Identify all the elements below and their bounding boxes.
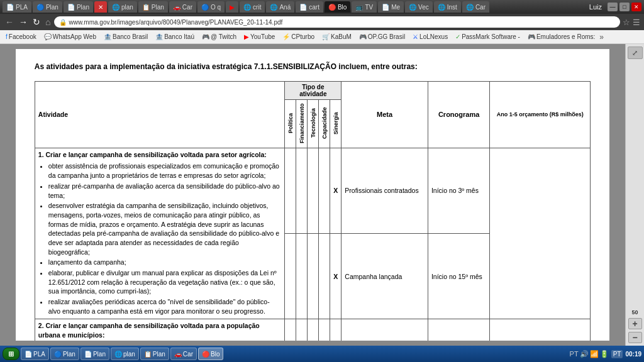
emuladores-icon: 🎮: [528, 33, 535, 40]
bookmark-opgg[interactable]: 🎮 OP.GG Brasil: [356, 32, 408, 41]
cell-tecnologia-1a: [308, 148, 319, 233]
bookmark-facebook[interactable]: f Facebook: [3, 32, 40, 41]
cell-tecnologia-1b: [308, 234, 319, 319]
taskbar-item-5[interactable]: 📋 Plan: [140, 348, 169, 360]
cell-sinergia-1b: X: [330, 234, 341, 319]
taskbar: ⊞ 📄 PLA 🔵 Plan 📄 Plan 🌐 plan 📋 Plan 🚗 Ca…: [0, 346, 644, 362]
cell-financiamento-1a: [296, 148, 308, 233]
cell-sinergia-1a: X: [330, 148, 341, 233]
tray-icon-4: 🔋: [600, 350, 609, 358]
kabum-icon: 🛒: [322, 33, 330, 40]
minimize-button[interactable]: —: [608, 3, 618, 11]
taskbar-item-blo[interactable]: 🔴 Blo: [198, 348, 223, 360]
bookmark-whatsapp[interactable]: 💬 WhatsApp Web: [41, 32, 99, 41]
cell-cronograma-1b: Início no 15º mês: [428, 234, 490, 319]
col-capacidade: Capacidade: [319, 99, 330, 148]
tab-me[interactable]: 📄 Me: [378, 1, 404, 13]
bookmark-twitch[interactable]: 🎮 @ Twitch: [199, 32, 240, 41]
tab-close[interactable]: ✕: [94, 1, 107, 13]
menu-button[interactable]: ☰: [633, 18, 640, 27]
tab-car2[interactable]: 🌐 Car: [462, 1, 489, 13]
pdf-page: As atividades para a implementação da in…: [16, 49, 609, 341]
address-actions: ☆ ☰: [623, 18, 640, 27]
taskbar-item-6[interactable]: 🚗 Car: [170, 348, 197, 360]
bookmark-kabum[interactable]: 🛒 KaBuM: [319, 32, 355, 41]
tab-ana[interactable]: 🌐 Aná: [266, 1, 294, 13]
star-button[interactable]: ☆: [623, 18, 630, 27]
cpturbo-icon: ⚡: [282, 33, 290, 40]
start-button[interactable]: ⊞: [3, 348, 19, 360]
taskbar-items: 📄 PLA 🔵 Plan 📄 Plan 🌐 plan 📋 Plan 🚗 Car …: [21, 348, 569, 360]
tab-plan1[interactable]: 🔵 Plan: [33, 1, 62, 13]
fullscreen-button[interactable]: ⤢: [628, 47, 643, 59]
tab-plan4[interactable]: 📋 Plan: [138, 1, 168, 13]
bookmark-youtube-label: YouTube: [250, 33, 275, 40]
zoom-in-button[interactable]: +: [628, 318, 642, 329]
cell-meta-1a: Profissionais contratados: [341, 148, 428, 233]
header-text: As atividades para a implementação da in…: [35, 62, 418, 71]
tab-plan3[interactable]: 🌐 plan: [108, 1, 137, 13]
tab-vec[interactable]: 🌐 Vec: [405, 1, 433, 13]
tab-tv[interactable]: 📺 TV: [352, 1, 377, 13]
back-button[interactable]: ←: [4, 17, 15, 27]
activity-2-content: 2. Criar e lançar campanha de sensibiliz…: [35, 319, 284, 341]
tab-yt[interactable]: ▶: [226, 1, 238, 13]
zoom-out-button[interactable]: −: [628, 332, 642, 343]
bookmark-youtube[interactable]: ▶ YouTube: [241, 32, 278, 41]
tray-time: 00:19: [625, 351, 641, 358]
cell-sinergia-2: X: [330, 319, 341, 341]
bookmark-lolnexus[interactable]: ⚔ LoLNexus: [409, 32, 451, 41]
cell-politica-2: [285, 319, 296, 341]
table-row: 1. Criar e lançar campanha de sensibiliz…: [35, 148, 590, 233]
main-content: As atividades para a implementação da in…: [0, 44, 644, 346]
opgg-icon: 🎮: [359, 33, 367, 40]
url-bar[interactable]: 🔒 www.mma.gov.br/images/arquivo/80049/Pl…: [54, 16, 620, 28]
col-tipo-atividade: Tipo de atividade: [285, 81, 341, 99]
col-financiamento: Financiamento: [296, 99, 308, 148]
taskbar-item-4[interactable]: 🌐 plan: [111, 348, 139, 360]
facebook-icon: f: [6, 33, 8, 40]
tab-oq[interactable]: 🔵 O q: [197, 1, 225, 13]
maximize-button[interactable]: □: [619, 3, 630, 11]
activity-table: Atividade Tipo de atividade Meta Cronogr…: [35, 81, 591, 341]
close-button[interactable]: ✕: [631, 3, 641, 11]
lolnexus-icon: ⚔: [413, 33, 418, 40]
tab-blo[interactable]: 🔴 Blo: [325, 1, 350, 13]
pdf-viewer[interactable]: As atividades para a implementação da in…: [0, 44, 625, 346]
youtube-icon: ▶: [244, 33, 249, 40]
tab-inst[interactable]: 🌐 Inst: [434, 1, 461, 13]
cell-politica-1b: [285, 234, 296, 319]
tab-car[interactable]: 🚗 Car: [169, 1, 196, 13]
tray-language[interactable]: PT: [611, 350, 623, 358]
bookmark-banco-itau[interactable]: 🏦 Banco Itaú: [152, 32, 197, 41]
col-cronograma: Cronograma: [428, 81, 490, 148]
passmark-icon: ✓: [455, 33, 460, 40]
refresh-button[interactable]: ↻: [31, 17, 42, 27]
bookmark-passmark[interactable]: ✓ PassMark Software -: [452, 32, 523, 41]
taskbar-item-3[interactable]: 📄 Plan: [80, 348, 109, 360]
browser-tabs: 📄 PLA 🔵 Plan 📄 Plan ✕ 🌐 plan 📋 Plan 🚗 Ca…: [3, 1, 589, 13]
bookmarks-more[interactable]: »: [599, 33, 604, 41]
cell-tecnologia-2: [308, 319, 319, 341]
bookmark-cpturbo[interactable]: ⚡ CPturbo: [279, 32, 318, 41]
tab-pla1[interactable]: 📄 PLA: [3, 1, 31, 13]
tab-plan2[interactable]: 📄 Plan: [64, 1, 93, 13]
bookmark-emuladores[interactable]: 🎮 Emuladores e Roms:: [525, 32, 598, 41]
col-sinergia: Sinergia: [330, 99, 341, 148]
bookmark-passmark-label: PassMark Software -: [462, 33, 520, 40]
tab-cart[interactable]: 📄 cart: [296, 1, 323, 13]
bookmark-banco-itau-label: Banco Itaú: [164, 33, 194, 40]
taskbar-item-1[interactable]: 📄 PLA: [21, 348, 49, 360]
col-politica: Política: [285, 99, 296, 148]
home-button[interactable]: ⌂: [44, 17, 52, 27]
cell-financiamento-1b: [296, 234, 308, 319]
bookmark-cpturbo-label: CPturbo: [291, 33, 314, 40]
bookmark-banco-brasil-label: Banco Brasil: [113, 33, 148, 40]
twitch-icon: 🎮: [202, 33, 209, 40]
cell-capacidade-1b: [319, 234, 330, 319]
col-orcamento: Ano 1-5 orçamento (R$ milhões): [490, 81, 591, 148]
bookmark-banco-brasil[interactable]: 🏦 Banco Brasil: [101, 32, 151, 41]
taskbar-item-2[interactable]: 🔵 Plan: [50, 348, 79, 360]
tab-crit[interactable]: 🌐 crit: [240, 1, 265, 13]
forward-button[interactable]: →: [18, 17, 29, 27]
